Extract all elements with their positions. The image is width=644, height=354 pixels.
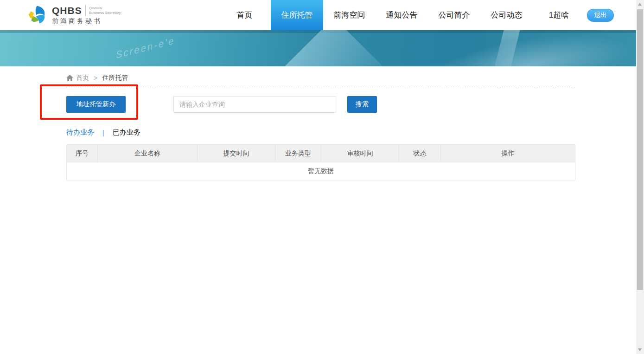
col-header-index: 序号 (67, 145, 98, 162)
logo-cn-name: 前海商务秘书 (52, 17, 121, 26)
new-address-hosting-button[interactable]: 地址托管新办 (66, 96, 126, 113)
business-table: 序号 企业名称 提交时间 业务类型 审核时间 状态 操作 暂无数据 (66, 144, 575, 180)
company-search-input[interactable] (173, 96, 336, 113)
scrollbar-track[interactable] (636, 0, 644, 354)
table-body: 暂无数据 (67, 162, 575, 180)
scrollbar-up-arrow-icon[interactable] (638, 3, 642, 6)
banner-watermark-text: Screen-e'e (115, 35, 175, 61)
hero-banner-image: Screen-e'e (0, 30, 644, 66)
main-area: 首页 > 住所托管 地址托管新办 搜索 待办业务 | 已办业务 序号 企业名称 … (0, 66, 644, 180)
col-header-review-time: 审核时间 (321, 145, 399, 162)
nav-item-announcements[interactable]: 通知公告 (376, 0, 428, 30)
scrollbar-down-arrow-icon[interactable] (638, 348, 642, 351)
col-header-status: 状态 (399, 145, 441, 162)
breadcrumb-home-link[interactable]: 首页 (76, 74, 89, 82)
logo-link[interactable]: QHBS QianHai Business Secretary 前海商务秘书 (27, 0, 121, 30)
breadcrumb-current: 住所托管 (102, 74, 128, 82)
content-container: 首页 > 住所托管 地址托管新办 搜索 待办业务 | 已办业务 序号 企业名称 … (66, 66, 575, 180)
business-tabs: 待办业务 | 已办业务 (66, 128, 575, 137)
logout-button[interactable]: 退出 (587, 9, 614, 22)
logo-divider (85, 5, 86, 16)
col-header-business-type: 业务类型 (275, 145, 321, 162)
logo-abbr: QHBS (52, 5, 82, 16)
empty-state-text: 暂无数据 (67, 162, 575, 180)
logo-tagline-line2: Business Secretary (89, 11, 121, 15)
nav-item-home[interactable]: 首页 (218, 0, 271, 30)
nav-item-company-news[interactable]: 公司动态 (480, 0, 533, 30)
table-header: 序号 企业名称 提交时间 业务类型 审核时间 状态 操作 (67, 145, 575, 162)
empty-state-row: 暂无数据 (67, 162, 575, 180)
banner-laptop-shape (278, 30, 389, 66)
col-header-company-name: 企业名称 (98, 145, 198, 162)
logo-texts: QHBS QianHai Business Secretary 前海商务秘书 (52, 5, 121, 26)
tab-divider: | (102, 129, 104, 136)
logo-splash-icon (27, 5, 47, 26)
logo-tagline: QianHai Business Secretary (89, 6, 121, 15)
nav-item-company-profile[interactable]: 公司简介 (428, 0, 480, 30)
logo-tagline-line1: QianHai (89, 6, 102, 10)
breadcrumb: 首页 > 住所托管 (66, 66, 575, 83)
dashed-divider (66, 87, 575, 87)
banner-hand-shape (428, 30, 644, 66)
username[interactable]: 1超啥 (533, 0, 585, 30)
home-icon (66, 75, 73, 81)
nav-item-qianhai-space[interactable]: 前海空间 (323, 0, 376, 30)
breadcrumb-separator: > (94, 74, 97, 82)
table-header-row: 序号 企业名称 提交时间 业务类型 审核时间 状态 操作 (67, 145, 575, 162)
col-header-actions: 操作 (441, 145, 575, 162)
search-button[interactable]: 搜索 (347, 96, 377, 113)
page-header: QHBS QianHai Business Secretary 前海商务秘书 首… (0, 0, 644, 30)
tab-completed-business[interactable]: 已办业务 (113, 128, 140, 137)
controls-row: 地址托管新办 搜索 (66, 96, 575, 113)
main-nav: 首页 住所托管 前海空间 通知公告 公司简介 公司动态 1超啥 退出 (218, 0, 614, 30)
tab-pending-business[interactable]: 待办业务 (66, 128, 94, 137)
scrollbar-thumb[interactable] (637, 9, 643, 290)
col-header-submit-time: 提交时间 (198, 145, 275, 162)
nav-item-residence-hosting[interactable]: 住所托管 (271, 0, 323, 30)
